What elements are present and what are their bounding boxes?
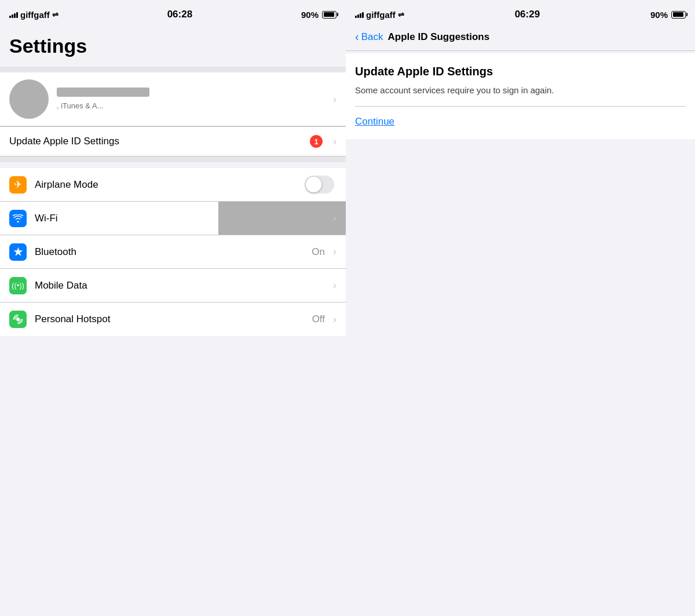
account-name-blur <box>57 88 149 97</box>
right-battery-fill <box>673 12 683 17</box>
right-panel: giffgaff ⇌ 06:29 90% ‹ Back Apple ID Sug… <box>346 0 695 616</box>
settings-title-bar: Settings <box>0 25 346 67</box>
airplane-mode-toggle[interactable] <box>305 176 334 194</box>
rbar1 <box>355 16 357 18</box>
personal-hotspot-value: Off <box>312 314 325 325</box>
bar3 <box>14 13 16 18</box>
airplane-mode-row[interactable]: ✈ Airplane Mode <box>0 168 346 202</box>
left-panel: giffgaff ⇌ 06:28 90% Settings , iTunes &… <box>0 0 346 616</box>
battery-box <box>322 11 336 19</box>
right-carrier: giffgaff <box>366 10 396 20</box>
wifi-value-blur <box>218 202 346 235</box>
account-info: , iTunes & A... <box>57 88 328 111</box>
mobile-data-icon: ((•)) <box>9 277 27 294</box>
rbar2 <box>357 14 359 18</box>
update-apple-id-row[interactable]: Update Apple ID Settings 1 › <box>0 126 346 156</box>
mobile-data-label: Mobile Data <box>35 280 328 291</box>
wifi-row[interactable]: Wi-Fi › <box>0 202 346 235</box>
signal-bars-icon <box>9 11 18 18</box>
continue-link[interactable]: Continue <box>355 116 686 127</box>
account-subtitle: , iTunes & A... <box>57 101 103 110</box>
left-status-bar: giffgaff ⇌ 06:28 90% <box>0 0 346 25</box>
bluetooth-label: Bluetooth <box>35 246 312 258</box>
bluetooth-icon: ★ <box>9 243 27 261</box>
bar1 <box>9 16 11 18</box>
card-body: Some account services require you to sig… <box>355 84 686 97</box>
update-chevron: › <box>333 136 336 148</box>
card-divider <box>355 106 686 107</box>
wifi-chevron: › <box>333 212 336 224</box>
left-carrier: giffgaff <box>20 10 50 20</box>
account-section: , iTunes & A... › Update Apple ID Settin… <box>0 72 346 156</box>
nav-bar: ‹ Back Apple ID Suggestions <box>346 25 695 50</box>
left-battery-pct: 90% <box>301 10 319 20</box>
svg-point-0 <box>16 318 20 321</box>
right-battery-box <box>671 11 686 19</box>
back-chevron-icon: ‹ <box>355 30 359 43</box>
right-status-left: giffgaff ⇌ <box>355 10 404 20</box>
right-time: 06:29 <box>515 9 540 20</box>
personal-hotspot-row[interactable]: Personal Hotspot Off › <box>0 302 346 336</box>
left-status-left: giffgaff ⇌ <box>9 10 58 20</box>
right-signal-bars-icon <box>355 11 364 18</box>
card-title: Update Apple ID Settings <box>355 65 686 78</box>
account-chevron: › <box>333 93 336 105</box>
airplane-mode-label: Airplane Mode <box>35 179 305 191</box>
airplane-mode-icon: ✈ <box>9 176 27 194</box>
avatar <box>9 79 49 119</box>
right-wifi-status-icon: ⇌ <box>398 10 404 19</box>
update-apple-id-label: Update Apple ID Settings <box>9 136 310 147</box>
bluetooth-chevron: › <box>333 246 336 258</box>
mobile-data-chevron: › <box>333 279 336 291</box>
section-divider-mid <box>0 156 346 162</box>
toggle-knob <box>306 177 321 192</box>
left-battery-icon <box>322 11 336 19</box>
rbar4 <box>362 12 364 18</box>
nav-divider <box>346 50 695 51</box>
right-status-right: 90% <box>650 10 686 20</box>
bar4 <box>16 12 18 18</box>
section-divider-top <box>0 67 346 72</box>
battery-fill <box>324 12 334 17</box>
wifi-icon <box>9 210 27 227</box>
back-button[interactable]: ‹ Back <box>355 30 383 43</box>
settings-list: ✈ Airplane Mode Wi-Fi › ★ Blueto <box>0 168 346 336</box>
content-card: Update Apple ID Settings Some account se… <box>346 53 695 139</box>
gray-area <box>346 139 695 617</box>
nav-title: Apple ID Suggestions <box>387 31 489 43</box>
bar2 <box>12 14 13 18</box>
personal-hotspot-label: Personal Hotspot <box>35 314 312 325</box>
personal-hotspot-icon <box>9 311 27 328</box>
left-wifi-icon: ⇌ <box>52 10 58 19</box>
right-battery-icon <box>671 11 686 19</box>
account-row[interactable]: , iTunes & A... › <box>0 72 346 126</box>
right-status-bar: giffgaff ⇌ 06:29 90% <box>346 0 695 25</box>
mobile-data-row[interactable]: ((•)) Mobile Data › <box>0 269 346 302</box>
left-time: 06:28 <box>167 9 192 20</box>
back-label: Back <box>361 31 383 43</box>
rbar3 <box>360 13 361 18</box>
bluetooth-row[interactable]: ★ Bluetooth On › <box>0 235 346 269</box>
settings-title: Settings <box>9 30 336 67</box>
bluetooth-value: On <box>312 246 325 258</box>
right-battery-pct: 90% <box>650 10 668 20</box>
update-badge: 1 <box>310 135 323 148</box>
left-status-right: 90% <box>301 10 336 20</box>
personal-hotspot-chevron: › <box>333 314 336 326</box>
